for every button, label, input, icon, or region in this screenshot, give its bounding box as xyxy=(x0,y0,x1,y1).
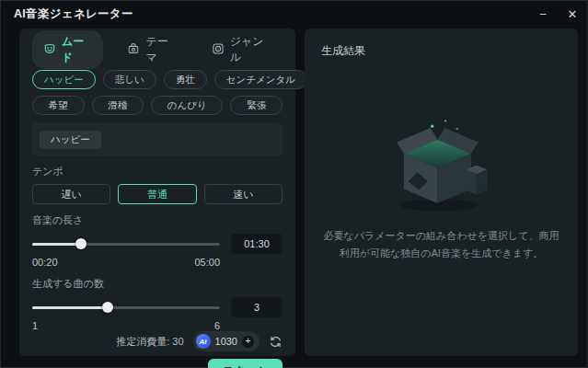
empty-state: 必要なパラメーターの組み合わせを選択して、商用 利用が可能な独自のAI音楽を生成… xyxy=(318,117,564,263)
start-button[interactable]: スタート xyxy=(208,359,282,368)
start-row: スタート xyxy=(32,359,282,368)
empty-box-illustration xyxy=(376,117,505,214)
song-count-slider[interactable] xyxy=(32,302,220,313)
song-count-label: 生成する曲の数 xyxy=(32,277,282,291)
music-length-label: 音楽の長さ xyxy=(32,213,282,227)
tempo-normal-button[interactable]: 普通 xyxy=(118,184,196,204)
titlebar: AI音楽ジェネレーター − ✕ xyxy=(1,1,587,27)
theme-bag-icon xyxy=(127,42,140,58)
mood-chip-hope[interactable]: 希望 xyxy=(32,96,85,115)
music-length-slider[interactable] xyxy=(32,238,220,249)
estimated-consumption: 推定消費量: 30 xyxy=(116,335,183,349)
credits-row: 推定消費量: 30 AI 1030 + xyxy=(32,331,282,351)
tab-genre[interactable]: ジャンル xyxy=(201,30,282,69)
tab-theme[interactable]: テーマ xyxy=(116,30,187,69)
results-panel: 生成結果 xyxy=(305,29,578,356)
mood-chip-comical[interactable]: 滑稽 xyxy=(92,96,144,115)
tempo-options: 遅い 普通 速い xyxy=(32,184,282,204)
close-icon: ✕ xyxy=(568,7,578,21)
tempo-label: テンポ xyxy=(32,165,282,178)
mood-chip-heroic[interactable]: 勇壮 xyxy=(164,70,207,89)
add-credits-icon[interactable]: + xyxy=(242,336,254,348)
ai-music-generator-dialog: AI音楽ジェネレーター − ✕ ムード xyxy=(0,0,588,368)
mood-chip-happy[interactable]: ハッピー xyxy=(32,70,96,89)
window-title: AI音楽ジェネレーター xyxy=(14,6,133,22)
slider-fill xyxy=(32,243,81,246)
minimize-button[interactable]: − xyxy=(528,1,558,27)
mood-chip-tense[interactable]: 緊張 xyxy=(230,96,282,115)
selected-tag[interactable]: ハッピー xyxy=(40,131,101,149)
tab-mood[interactable]: ムード xyxy=(32,30,103,69)
close-button[interactable]: ✕ xyxy=(558,1,587,27)
slider-fill xyxy=(32,306,108,309)
empty-state-text: 必要なパラメーターの組み合わせを選択して、商用 利用が可能な独自のAI音楽を生成… xyxy=(318,227,564,263)
selected-tags-input[interactable]: ハッピー xyxy=(32,123,282,155)
music-length-min: 00:20 xyxy=(32,257,58,268)
credit-balance: 1030 xyxy=(215,336,237,347)
refresh-credits-icon[interactable] xyxy=(269,335,282,349)
empty-state-line1: 必要なパラメーターの組み合わせを選択して、商用 xyxy=(318,227,564,245)
song-count-row: 3 xyxy=(32,297,282,317)
mood-options: ハッピー 悲しい 勇壮 センチメンタル 希望 滑稽 のんびり 緊張 xyxy=(32,70,282,115)
tempo-slow-button[interactable]: 遅い xyxy=(32,184,110,204)
tab-genre-label: ジャンル xyxy=(230,34,271,65)
mood-chip-relaxed[interactable]: のんびり xyxy=(151,96,223,115)
mood-mask-icon xyxy=(43,42,56,58)
slider-thumb[interactable] xyxy=(102,302,113,313)
ai-credits-pill[interactable]: AI 1030 + xyxy=(193,331,259,351)
mood-chip-sentimental[interactable]: センチメンタル xyxy=(214,70,307,89)
dialog-content: ムード テーマ xyxy=(1,27,587,368)
song-count-value[interactable]: 3 xyxy=(231,297,282,317)
parameters-panel: ムード テーマ xyxy=(19,29,295,356)
minimize-icon: − xyxy=(539,7,547,21)
music-length-value[interactable]: 01:30 xyxy=(231,234,282,254)
song-count-max: 6 xyxy=(214,320,220,331)
mood-chip-sad[interactable]: 悲しい xyxy=(103,70,156,89)
music-length-range: 00:20 05:00 xyxy=(32,257,220,268)
tempo-fast-button[interactable]: 速い xyxy=(204,184,282,204)
ai-credit-icon: AI xyxy=(196,334,211,349)
tab-mood-label: ムード xyxy=(62,34,92,65)
song-count-range: 1 6 xyxy=(32,320,220,331)
results-title: 生成結果 xyxy=(321,43,561,59)
category-tabs: ムード テーマ xyxy=(32,38,282,62)
tab-theme-label: テーマ xyxy=(145,34,176,65)
empty-state-line2: 利用が可能な独自のAI音楽を生成できます。 xyxy=(318,245,564,262)
music-length-row: 01:30 xyxy=(32,234,282,254)
window-controls: − ✕ xyxy=(528,1,587,27)
genre-disc-icon xyxy=(212,42,225,58)
song-count-min: 1 xyxy=(32,320,38,331)
music-length-max: 05:00 xyxy=(194,257,220,268)
slider-thumb[interactable] xyxy=(75,238,86,249)
